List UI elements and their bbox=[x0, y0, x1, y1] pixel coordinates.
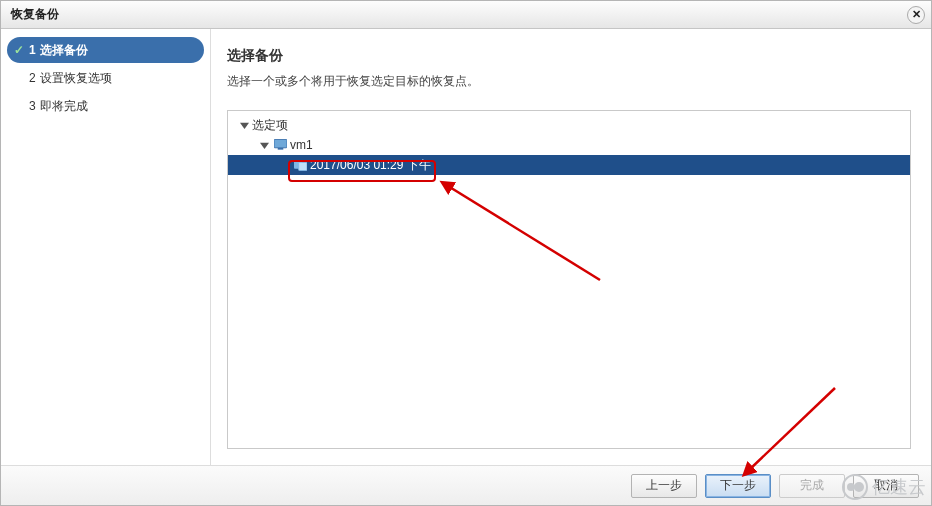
step-number: 3 bbox=[29, 99, 36, 113]
expand-toggle-icon[interactable] bbox=[256, 141, 272, 150]
titlebar: 恢复备份 ✕ bbox=[1, 1, 931, 29]
cancel-button[interactable]: 取消 bbox=[853, 474, 919, 498]
back-button[interactable]: 上一步 bbox=[631, 474, 697, 498]
tree-backup-label: 2017/06/03 01:29 下午 bbox=[310, 157, 431, 174]
wizard-step-select-backup[interactable]: ✓ 1 选择备份 bbox=[7, 37, 204, 63]
wizard-step-ready-to-complete[interactable]: 3 即将完成 bbox=[7, 93, 204, 119]
step-number: 1 bbox=[29, 43, 36, 57]
finish-button: 完成 bbox=[779, 474, 845, 498]
tree-backup-row[interactable]: 2017/06/03 01:29 下午 bbox=[228, 155, 910, 175]
dialog-title: 恢复备份 bbox=[11, 6, 59, 23]
restore-backup-dialog: 恢复备份 ✕ ✓ 1 选择备份 2 设置恢复选项 3 即将完成 选择备份 bbox=[0, 0, 932, 506]
dialog-body: ✓ 1 选择备份 2 设置恢复选项 3 即将完成 选择备份 选择一个或多个将用于… bbox=[1, 29, 931, 465]
expand-toggle-icon[interactable] bbox=[236, 121, 252, 130]
svg-rect-3 bbox=[277, 148, 283, 150]
next-button[interactable]: 下一步 bbox=[705, 474, 771, 498]
vm-icon bbox=[272, 139, 288, 151]
tree-root-label: 选定项 bbox=[252, 117, 288, 134]
main-panel: 选择备份 选择一个或多个将用于恢复选定目标的恢复点。 选定项 bbox=[211, 29, 931, 465]
backup-tree: 选定项 vm1 bbox=[228, 111, 910, 175]
indent bbox=[228, 165, 292, 166]
svg-rect-2 bbox=[274, 139, 287, 147]
check-icon: ✓ bbox=[11, 43, 27, 57]
close-button[interactable]: ✕ bbox=[907, 6, 925, 24]
tree-vm-label: vm1 bbox=[290, 138, 313, 152]
step-label: 设置恢复选项 bbox=[40, 70, 112, 87]
wizard-steps-sidebar: ✓ 1 选择备份 2 设置恢复选项 3 即将完成 bbox=[1, 29, 211, 465]
svg-rect-5 bbox=[298, 162, 306, 170]
tree-root-row[interactable]: 选定项 bbox=[228, 115, 910, 135]
tree-vm-row[interactable]: vm1 bbox=[228, 135, 910, 155]
step-number: 2 bbox=[29, 71, 36, 85]
section-description: 选择一个或多个将用于恢复选定目标的恢复点。 bbox=[227, 73, 911, 90]
svg-marker-0 bbox=[240, 122, 249, 128]
svg-marker-1 bbox=[260, 142, 269, 148]
dialog-footer: 上一步 下一步 完成 取消 bbox=[1, 465, 931, 505]
section-title: 选择备份 bbox=[227, 47, 911, 65]
indent bbox=[228, 145, 256, 146]
backup-tree-container: 选定项 vm1 bbox=[227, 110, 911, 449]
step-label: 即将完成 bbox=[40, 98, 88, 115]
indent bbox=[228, 125, 236, 126]
wizard-step-restore-options[interactable]: 2 设置恢复选项 bbox=[7, 65, 204, 91]
step-label: 选择备份 bbox=[40, 42, 88, 59]
backup-point-icon bbox=[292, 159, 308, 171]
close-icon: ✕ bbox=[912, 9, 921, 20]
